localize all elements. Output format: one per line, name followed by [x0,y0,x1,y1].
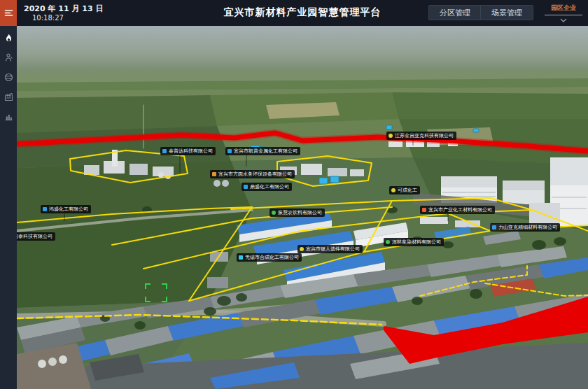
park-enterprise-dropdown[interactable]: 园区企业 [542,1,585,24]
company-icon [492,225,496,229]
company-icon [300,247,304,251]
dropdown-label: 园区企业 [542,1,585,13]
company-label-text: 宜兴市银人选件有限公司 [306,246,360,252]
company-label-text: 宜兴市产业化工材料有限公司 [428,207,492,213]
globe-icon [4,73,13,82]
sidebar-item-fire[interactable] [4,33,13,43]
top-header: 2020 年 11 月 13 日 10:18:27 宜兴市新材料产业园智慧管理平… [17,0,588,26]
map-label[interactable]: 泰普达科技有限公司 [160,147,216,155]
map-3d-viewport[interactable]: 泰普达科技有限公司 宜兴市凯普金属化工有限公司 宜兴市方圆水务环保设备有限公司 … [17,26,588,389]
company-label-text: 力山亚克精细材料有限公司 [498,225,557,230]
factory-icon [4,92,13,101]
menu-button[interactable] [0,0,17,26]
flame-icon [4,34,13,43]
scene-manage-button[interactable]: 场景管理 [480,5,533,20]
company-label-text: 鸿盛化工有限公司 [49,206,88,212]
company-label-text: 振慧农饮料有限公司 [278,210,322,215]
app-window: 2020 年 11 月 13 日 10:18:27 宜兴市新材料产业园智慧管理平… [0,0,588,389]
company-icon [244,185,248,189]
company-label-text: 无锡市合成化工有限公司 [245,255,299,260]
map-label[interactable]: 宜兴市产业化工材料有限公司 [420,206,495,214]
company-icon [212,172,216,176]
company-icon [386,240,390,244]
map-label[interactable]: 潭林浆染材料有限公司 [384,238,444,246]
hamburger-icon [4,8,13,17]
company-icon [422,208,426,212]
sidebar-icon-stack [0,26,17,121]
company-label-text: 宜兴市国泰科技有限公司 [17,234,52,239]
company-icon [43,207,47,211]
company-label-text: 潭林浆染材料有限公司 [392,239,441,245]
map-label[interactable]: 力山亚克精细材料有限公司 [490,223,560,232]
map-label[interactable]: 宜兴市国泰科技有限公司 [17,232,55,241]
map-label[interactable]: 宜兴市凯普金属化工有限公司 [225,147,300,155]
company-icon [388,134,393,138]
sidebar-item-factory[interactable] [4,92,13,101]
company-icon [391,188,396,192]
company-label-text: 泰普达科技有限公司 [169,148,213,154]
map-label[interactable]: 无锡市合成化工有限公司 [237,253,302,262]
left-sidebar [0,0,17,389]
sidebar-item-globe[interactable] [4,72,13,82]
company-icon [162,149,167,153]
map-label[interactable]: 宜兴市方圆水务环保设备有限公司 [210,170,295,178]
map-label[interactable]: 可成化工 [389,186,420,194]
company-icon [239,255,243,260]
map-label[interactable]: 振慧农饮料有限公司 [270,208,325,217]
zone-manage-button[interactable]: 分区管理 [428,5,482,20]
chevron-down-icon [542,15,585,22]
map-label[interactable]: 鼎盛化工有限公司 [241,183,292,191]
bar-chart-icon [4,112,13,121]
company-label-text: 鼎盛化工有限公司 [250,184,289,190]
sidebar-item-person[interactable] [4,52,13,62]
company-label-text: 江苏金昌亚克科技有限公司 [395,133,454,139]
map-label[interactable]: 鸿盛化工有限公司 [41,205,91,213]
person-icon [4,53,13,62]
map-label[interactable]: 江苏金昌亚克科技有限公司 [386,132,456,140]
sidebar-item-stats[interactable] [4,111,13,121]
company-label-text: 宜兴市方圆水务环保设备有限公司 [218,171,292,177]
company-label-text: 宜兴市凯普金属化工有限公司 [234,148,298,154]
map-label[interactable]: 宜兴市银人选件有限公司 [298,245,363,253]
company-label-text: 可成化工 [398,188,417,193]
company-icon [227,149,232,153]
map-3d-scene[interactable] [17,26,588,389]
company-icon [272,211,276,215]
